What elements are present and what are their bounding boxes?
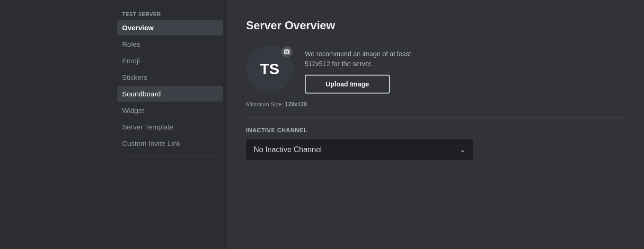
page-title: Server Overview (246, 19, 625, 32)
inactive-channel-dropdown[interactable]: No Inactive Channel ⌄ (246, 139, 473, 160)
sidebar-item-widget[interactable]: Widget (117, 103, 223, 118)
server-icon-section: TS We recommend an image of at least 512… (246, 45, 625, 94)
main-content: Server Overview TS We recommend an image… (227, 0, 644, 249)
sidebar-item-server-template[interactable]: Server Template (117, 119, 223, 135)
recommend-text: We recommend an image of at least 512x51… (305, 49, 437, 69)
min-size-label: Minimum Size: 128x128 (246, 101, 625, 108)
section-divider (246, 117, 625, 118)
sidebar-item-custom-invite-link[interactable]: Custom Invite Link (117, 136, 223, 151)
inactive-channel-value: No Inactive Channel (254, 146, 322, 154)
sidebar-item-label-server-template: Server Template (122, 123, 174, 131)
sidebar-item-label-soundboard: Soundboard (122, 90, 161, 98)
sidebar-item-roles[interactable]: Roles (117, 36, 223, 52)
camera-badge[interactable] (280, 45, 293, 59)
sidebar-item-overview[interactable]: Overview (117, 20, 223, 35)
left-spacer (0, 0, 114, 249)
sidebar-item-emoji[interactable]: Emoji (117, 53, 223, 69)
sidebar-item-stickers[interactable]: Stickers (117, 69, 223, 85)
camera-icon (283, 49, 290, 55)
inactive-channel-dropdown-container: No Inactive Channel ⌄ (246, 139, 473, 160)
min-size-value: 128x128 (285, 101, 307, 108)
upload-section: We recommend an image of at least 512x51… (305, 45, 437, 94)
sidebar-item-label-overview: Overview (122, 24, 154, 32)
sidebar-item-label-emoji: Emoji (122, 57, 140, 65)
sidebar-item-label-roles: Roles (122, 40, 140, 48)
min-size-static: Minimum Size: (246, 101, 283, 108)
sidebar-divider (122, 155, 218, 155)
sidebar-item-label-custom-invite-link: Custom Invite Link (122, 139, 180, 147)
sidebar: TEST SERVER Overview Roles Emoji Sticker… (114, 0, 227, 249)
sidebar-section-label: TEST SERVER (117, 8, 223, 20)
sidebar-item-label-widget: Widget (122, 106, 144, 114)
chevron-down-icon: ⌄ (459, 145, 466, 154)
inactive-channel-label: INACTIVE CHANNEL (246, 127, 625, 134)
server-icon-wrapper[interactable]: TS (246, 45, 293, 93)
sidebar-item-soundboard[interactable]: Soundboard (117, 86, 223, 102)
upload-image-button[interactable]: Upload Image (305, 75, 390, 94)
sidebar-item-label-stickers: Stickers (122, 73, 147, 81)
